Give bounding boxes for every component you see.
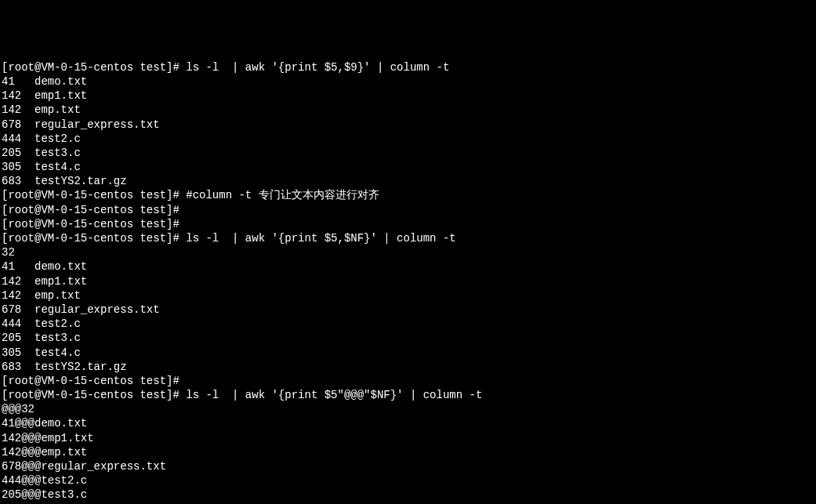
shell-prompt: [root@VM-0-15-centos test]# xyxy=(2,61,186,74)
output-line: 444@@@test2.c xyxy=(2,473,814,488)
shell-prompt: [root@VM-0-15-centos test]# xyxy=(2,389,186,401)
output-line: 142 emp1.txt xyxy=(2,89,814,103)
output-line: 678@@@regular_express.txt xyxy=(2,459,814,473)
shell-prompt: [root@VM-0-15-centos test]# xyxy=(2,189,186,201)
prompt-line: [root@VM-0-15-centos test]# ls -l | awk … xyxy=(2,388,814,402)
output-line: 678 regular_express.txt xyxy=(2,118,814,132)
output-line: 41@@@demo.txt xyxy=(2,416,814,430)
output-line: @@@32 xyxy=(2,402,814,416)
output-line: 205 test3.c xyxy=(2,146,814,160)
output-line: 142@@@emp1.txt xyxy=(2,431,814,445)
output-line: 683 testYS2.tar.gz xyxy=(2,174,814,188)
output-line: 142 emp.txt xyxy=(2,288,814,303)
output-line: 41 demo.txt xyxy=(2,259,814,274)
output-line: 142 emp.txt xyxy=(2,103,814,117)
output-line: 305 test4.c xyxy=(2,160,814,174)
output-line: 444 test2.c xyxy=(2,132,814,146)
prompt-line: [root@VM-0-15-centos test]# ls -l | awk … xyxy=(2,231,814,245)
output-line: 205@@@test3.c xyxy=(2,488,814,502)
prompt-line: [root@VM-0-15-centos test]# ls -l | awk … xyxy=(2,60,814,74)
prompt-line: [root@VM-0-15-centos test]# xyxy=(2,374,814,388)
command-text: #column -t 专门让文本内容进行对齐 xyxy=(186,189,379,201)
command-text: ls -l | awk '{print $5,$9}' | column -t xyxy=(186,61,449,74)
output-line: 678 regular_express.txt xyxy=(2,303,814,317)
prompt-line: [root@VM-0-15-centos test]# xyxy=(2,217,814,231)
output-line: 683 testYS2.tar.gz xyxy=(2,360,814,374)
output-line: 305 test4.c xyxy=(2,346,814,360)
shell-prompt: [root@VM-0-15-centos test]# xyxy=(2,232,186,245)
shell-prompt: [root@VM-0-15-centos test]# xyxy=(2,375,186,387)
prompt-line: [root@VM-0-15-centos test]# #column -t 专… xyxy=(2,188,814,202)
output-line: 32 xyxy=(2,245,814,259)
command-text: ls -l | awk '{print $5"@@@"$NF}' | colum… xyxy=(186,389,482,401)
command-text: ls -l | awk '{print $5,$NF}' | column -t xyxy=(186,232,455,245)
prompt-line: [root@VM-0-15-centos test]# xyxy=(2,203,814,217)
output-line: 444 test2.c xyxy=(2,317,814,331)
shell-prompt: [root@VM-0-15-centos test]# xyxy=(2,218,186,230)
shell-prompt: [root@VM-0-15-centos test]# xyxy=(2,204,186,216)
output-line: 41 demo.txt xyxy=(2,74,814,89)
output-line: 205 test3.c xyxy=(2,331,814,345)
terminal-output: [root@VM-0-15-centos test]# ls -l | awk … xyxy=(2,60,814,504)
output-line: 142 emp1.txt xyxy=(2,274,814,288)
output-line: 142@@@emp.txt xyxy=(2,445,814,459)
